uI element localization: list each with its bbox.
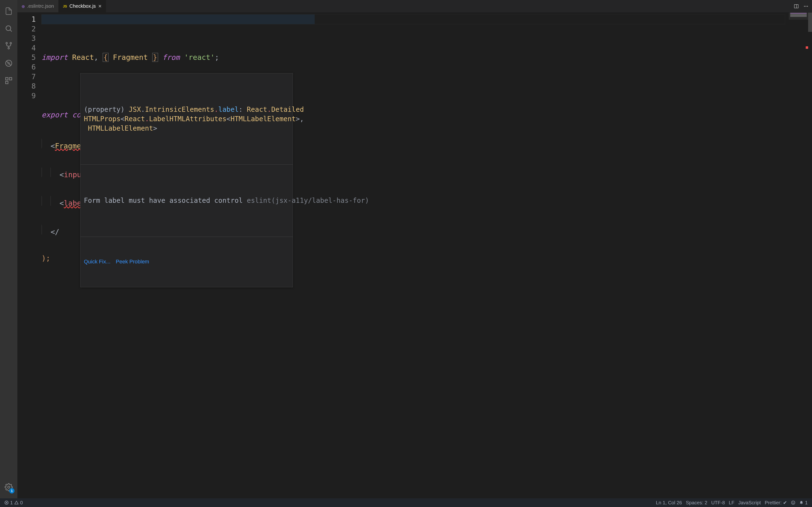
status-prettier[interactable]: Prettier: ✔ [763, 500, 789, 506]
status-encoding[interactable]: UTF-8 [709, 500, 727, 506]
line-gutter: 1 2 3 4 5 6 7 8 9 [17, 12, 42, 498]
minimap[interactable] [789, 12, 808, 498]
svg-point-9 [8, 486, 10, 489]
code-editor[interactable]: 1 2 3 4 5 6 7 8 9 import React, { Fragme… [17, 12, 812, 498]
tab-bar: ◎ .eslintrc.json JS Checkbox.js ✕ [17, 0, 812, 12]
tab-label: Checkbox.js [69, 3, 96, 9]
more-actions-icon[interactable] [803, 4, 809, 9]
tab-checkbox-js[interactable]: JS Checkbox.js ✕ [58, 0, 106, 12]
svg-rect-8 [6, 81, 8, 84]
vertical-scrollbar[interactable] [808, 12, 812, 498]
svg-point-5 [7, 62, 10, 64]
split-editor-icon[interactable] [794, 4, 799, 9]
status-notifications-count: 1 [805, 500, 808, 506]
status-cursor-position[interactable]: Ln 1, Col 26 [654, 500, 684, 506]
eslint-icon: ◎ [22, 4, 24, 8]
hover-tooltip: (property) JSX.IntrinsicElements.label: … [80, 73, 293, 287]
explorer-icon[interactable] [0, 2, 17, 20]
status-language-mode[interactable]: JavaScript [737, 500, 763, 506]
status-indentation[interactable]: Spaces: 2 [684, 500, 709, 506]
hover-problem: Form label must have associated control … [81, 183, 293, 218]
search-icon[interactable] [0, 20, 17, 37]
svg-point-13 [807, 6, 808, 7]
status-problems[interactable]: 1 0 [2, 498, 24, 507]
status-feedback-icon[interactable] [789, 501, 797, 505]
current-line-highlight [42, 14, 785, 24]
activity-bar: 1 [0, 0, 17, 498]
tab-label: .eslintrc.json [27, 3, 54, 9]
svg-point-12 [806, 6, 806, 7]
status-notifications[interactable]: 1 [797, 500, 810, 506]
close-icon[interactable]: ✕ [98, 4, 102, 9]
svg-point-0 [6, 26, 11, 31]
settings-gear-icon[interactable]: 1 [0, 478, 17, 496]
svg-rect-7 [9, 77, 12, 80]
code-area[interactable]: import React, { Fragment } from 'react';… [42, 12, 789, 498]
peek-problem-link[interactable]: Peek Problem [116, 258, 149, 266]
javascript-icon: JS [63, 4, 67, 8]
status-eol[interactable]: LF [727, 500, 737, 506]
tab-eslintrc[interactable]: ◎ .eslintrc.json [17, 0, 58, 12]
svg-point-3 [8, 48, 9, 49]
hover-type-info: (property) JSX.IntrinsicElements.label: … [81, 92, 293, 145]
debug-icon[interactable] [0, 55, 17, 72]
svg-point-15 [792, 501, 795, 505]
selection-highlight [42, 14, 315, 24]
svg-rect-6 [6, 77, 8, 80]
svg-point-2 [10, 43, 11, 44]
status-errors-count: 1 [10, 500, 13, 506]
quick-fix-link[interactable]: Quick Fix... [84, 258, 110, 266]
svg-point-11 [804, 6, 805, 7]
status-bar: 1 0 Ln 1, Col 26 Spaces: 2 UTF-8 LF Java… [0, 498, 812, 507]
status-warnings-count: 0 [20, 500, 23, 506]
extensions-icon[interactable] [0, 72, 17, 89]
scrollbar-thumb[interactable] [808, 12, 812, 32]
settings-badge: 1 [9, 488, 14, 494]
source-control-icon[interactable] [0, 37, 17, 55]
svg-point-1 [6, 43, 7, 44]
svg-rect-10 [794, 4, 799, 8]
